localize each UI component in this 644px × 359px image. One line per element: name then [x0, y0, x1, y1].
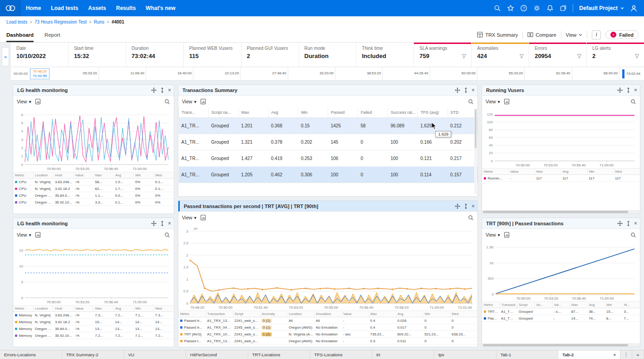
- move-panel-icon[interactable]: [455, 204, 460, 209]
- tick-label[interactable]: 11:06:40: [99, 67, 146, 80]
- view-dropdown[interactable]: View▾: [486, 99, 500, 104]
- column-header[interactable]: Emulation: [315, 311, 342, 317]
- column-header[interactable]: Avg: [113, 172, 133, 179]
- scrollbar-thumb[interactable]: [483, 344, 628, 346]
- lg-health-chart[interactable]: 012345670:50:0070:53:2070:56:4071:00:00: [13, 107, 174, 172]
- filter-icon[interactable]: [462, 54, 467, 58]
- column-header[interactable]: Avg: [561, 169, 587, 175]
- column-header[interactable]: Val...: [552, 302, 570, 308]
- column-header[interactable]: Min: [298, 107, 328, 118]
- column-header[interactable]: Transacti...: [500, 302, 517, 308]
- filter-icon[interactable]: [577, 54, 582, 58]
- table-row[interactable]: A1_TR...Grouped1.4270.4190.25310601000.1…: [179, 150, 478, 167]
- resize-panel-icon[interactable]: [464, 204, 468, 209]
- table-row[interactable]: MemoryOregon (...35.92.10...-%7.2...7.2.…: [14, 332, 174, 339]
- search-icon[interactable]: [494, 5, 501, 12]
- zoom-chart-icon[interactable]: [164, 232, 170, 238]
- column-header[interactable]: Trans...: [179, 107, 209, 118]
- column-header[interactable]: Metric: [179, 311, 206, 317]
- trt-passed-chart[interactable]: 05001K1.5K70:50:0070:53:2070:56:4071:00:…: [482, 241, 640, 301]
- column-header[interactable]: Min: [605, 302, 623, 308]
- column-header[interactable]: Value: [508, 169, 535, 175]
- column-header[interactable]: Max: [570, 302, 588, 308]
- zoom-chart-icon[interactable]: [468, 99, 474, 105]
- footer-tab-hitpersecond[interactable]: HitPerSecond: [186, 350, 248, 359]
- view-dropdown[interactable]: View▾: [182, 215, 197, 220]
- add-tab-button[interactable]: +: [632, 350, 644, 359]
- column-header[interactable]: An...: [535, 302, 552, 308]
- compare-button[interactable]: Compare: [527, 32, 556, 38]
- nav-item-results[interactable]: Results: [116, 5, 136, 11]
- column-header[interactable]: Value: [342, 311, 369, 317]
- column-header[interactable]: Value: [74, 172, 93, 179]
- column-header[interactable]: Max: [93, 306, 113, 312]
- column-header[interactable]: Transaction: [206, 311, 233, 317]
- table-row[interactable]: CPUOregon (...35.84.0...-%1.1...0.0...0%…: [14, 192, 174, 199]
- close-panel-icon[interactable]: ×: [472, 87, 475, 93]
- tick-label[interactable]: 44:26:40: [383, 67, 430, 80]
- horizontal-scrollbar[interactable]: [482, 343, 640, 347]
- column-header[interactable]: Avg: [268, 107, 298, 118]
- column-header[interactable]: Avg: [113, 306, 133, 312]
- table-row[interactable]: Runnin...-117117117117: [482, 175, 640, 182]
- timeline-ticks[interactable]: 05:33:2011:06:4016:40:0022:13:2027:46:40…: [51, 67, 619, 80]
- breadcrumb-test-name[interactable]: 73 Hours Regression Test: [34, 19, 87, 24]
- tick-label[interactable]: 50:00:00: [430, 67, 477, 80]
- tick-label[interactable]: 16:40:00: [146, 67, 193, 80]
- legend-icon[interactable]: [504, 98, 510, 105]
- app-logo[interactable]: [0, 0, 21, 16]
- column-header[interactable]: Med: [154, 172, 174, 179]
- column-header[interactable]: Max: [93, 172, 113, 179]
- run-status-badge[interactable]: × Failed: [605, 30, 639, 39]
- column-header[interactable]: Min: [587, 169, 614, 175]
- move-panel-icon[interactable]: [151, 221, 157, 226]
- column-header[interactable]: Script: [517, 302, 535, 308]
- table-row[interactable]: MemoryOregon (...35.84.0...-%13...13...1…: [14, 325, 174, 332]
- column-header[interactable]: Min: [134, 306, 154, 312]
- column-header[interactable]: Metric: [482, 169, 509, 175]
- footer-tab-tps[interactable]: tps: [434, 350, 497, 359]
- table-row[interactable]: CPUN. Virgini(3.83.248...-%58...1.0...0%…: [14, 179, 174, 185]
- column-header[interactable]: Max: [238, 107, 268, 118]
- scrollbar-thumb[interactable]: [475, 109, 477, 148]
- horizontal-scrollbar[interactable]: [482, 210, 640, 213]
- timeline-selection[interactable]: 70:48:20 71:02:55: [30, 68, 49, 79]
- panel-header[interactable]: LG health monitoring ×: [13, 218, 174, 229]
- column-header[interactable]: Host: [54, 306, 74, 312]
- nav-item-load-tests[interactable]: Load tests: [51, 5, 78, 11]
- nav-item-whats-new[interactable]: What's new: [146, 5, 176, 11]
- notifications-bell-icon[interactable]: [546, 5, 554, 12]
- nav-item-home[interactable]: Home: [26, 5, 41, 11]
- panel-header[interactable]: Transactions Summary ×: [178, 85, 477, 96]
- column-header[interactable]: Passed: [328, 107, 358, 118]
- column-header[interactable]: Avg: [587, 302, 605, 308]
- table-row[interactable]: Passe...A1_TRX...Grouped-14...74...8...7…: [482, 315, 640, 322]
- nav-item-assets[interactable]: Assets: [88, 5, 106, 11]
- tick-label[interactable]: 66:40:00: [572, 67, 619, 80]
- filter-icon[interactable]: [519, 54, 524, 58]
- column-header[interactable]: Metric: [14, 306, 34, 312]
- stat-sla-warnings[interactable]: SLA warnings 759: [413, 43, 471, 67]
- lg-health-chart[interactable]: 05101570:50:0070:53:2070:56:4071:00:00: [13, 241, 174, 305]
- view-dropdown[interactable]: View▾: [17, 232, 31, 238]
- table-row[interactable]: TRT [AVG]A1_TRX_10_S...2241_web_sy...1 (…: [179, 331, 478, 338]
- move-panel-icon[interactable]: [455, 87, 460, 93]
- breadcrumb-runs[interactable]: Runs: [94, 19, 104, 24]
- view-dropdown[interactable]: View▾: [182, 99, 197, 104]
- resize-panel-icon[interactable]: [160, 87, 164, 93]
- table-row[interactable]: CPUOregon (...35.92.10...-%3.9...0.1...0…: [14, 199, 174, 206]
- help-icon[interactable]: ?: [520, 5, 527, 12]
- tab-report[interactable]: Report: [44, 27, 60, 42]
- column-header[interactable]: Value: [74, 306, 93, 312]
- move-panel-icon[interactable]: [151, 87, 157, 93]
- legend-icon[interactable]: [200, 214, 206, 221]
- table-row[interactable]: MemoryN. Virgini(3.83.248...-%7.3...7.2.…: [14, 312, 174, 319]
- close-panel-icon[interactable]: ×: [634, 221, 637, 226]
- view-dropdown[interactable]: View▾: [17, 99, 31, 104]
- filter-icon[interactable]: [634, 54, 639, 58]
- column-header[interactable]: Location: [34, 172, 54, 179]
- footer-tab-trx-summary-2[interactable]: TRX Summary-2: [62, 350, 124, 359]
- column-header[interactable]: Min: [423, 311, 450, 317]
- panel-header[interactable]: Passed transactions per second | TRT [AV…: [178, 201, 477, 212]
- table-row[interactable]: CPUN. Virgini(3.92.18.2-%62...1.7...0%0.…: [14, 185, 174, 192]
